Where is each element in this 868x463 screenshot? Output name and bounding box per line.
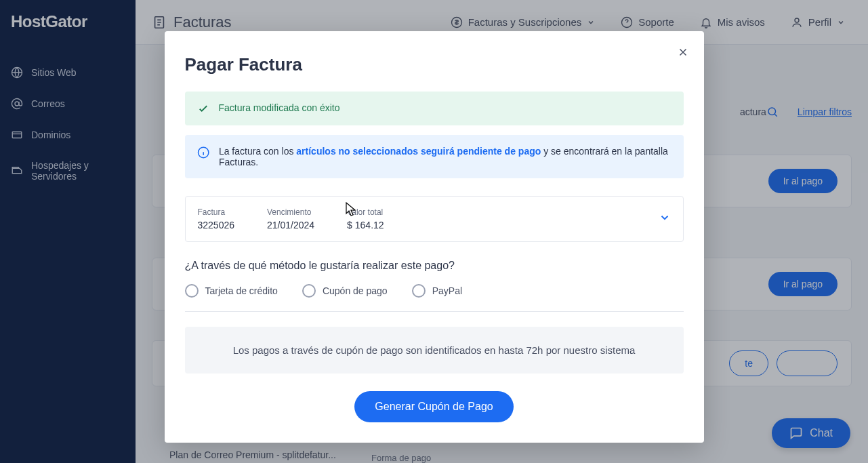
radio-icon <box>185 284 199 298</box>
method-paypal[interactable]: PayPal <box>412 284 462 298</box>
modal-actions: Generar Cupón de Pago <box>185 391 684 422</box>
info-icon <box>197 146 209 159</box>
summary-label: Valor total <box>347 207 384 217</box>
summary-label: Factura <box>198 207 235 217</box>
summary-total: Valor total $ 164.12 <box>347 207 384 230</box>
info-alert: La factura con los artículos no seleccio… <box>185 135 684 178</box>
modal-overlay[interactable]: Pagar Factura Factura modificada con éxi… <box>0 0 868 463</box>
summary-due: Vencimiento 21/01/2024 <box>267 207 314 230</box>
method-label: Cupón de pago <box>323 285 388 296</box>
radio-icon <box>412 284 426 298</box>
modal-title: Pagar Factura <box>185 54 684 75</box>
expand-toggle[interactable] <box>659 212 671 226</box>
close-icon <box>677 46 689 58</box>
invoice-summary[interactable]: Factura 3225026 Vencimiento 21/01/2024 V… <box>185 196 684 242</box>
method-label: PayPal <box>432 285 462 296</box>
success-alert: Factura modificada con éxito <box>185 92 684 125</box>
summary-label: Vencimiento <box>267 207 314 217</box>
generate-coupon-button[interactable]: Generar Cupón de Pago <box>354 391 513 422</box>
summary-value: $ 164.12 <box>347 220 384 230</box>
success-text: Factura modificada con éxito <box>219 102 340 113</box>
summary-value: 3225026 <box>198 220 235 230</box>
chevron-down-icon <box>659 212 671 224</box>
modal-close-button[interactable] <box>677 46 689 62</box>
summary-invoice: Factura 3225026 <box>198 207 235 230</box>
payment-methods: Tarjeta de crédito Cupón de pago PayPal <box>185 284 684 298</box>
divider <box>185 311 684 312</box>
payment-method-question: ¿A través de qué método le gustaría real… <box>185 260 684 272</box>
coupon-info-box: Los pagos a través de cupón de pago son … <box>185 327 684 374</box>
check-icon <box>197 102 209 115</box>
method-coupon[interactable]: Cupón de pago <box>302 284 388 298</box>
summary-value: 21/01/2024 <box>267 220 314 230</box>
pay-invoice-modal: Pagar Factura Factura modificada con éxi… <box>165 31 704 443</box>
method-label: Tarjeta de crédito <box>205 285 278 296</box>
radio-icon <box>302 284 316 298</box>
method-credit-card[interactable]: Tarjeta de crédito <box>185 284 278 298</box>
info-text: La factura con los artículos no seleccio… <box>219 146 671 167</box>
